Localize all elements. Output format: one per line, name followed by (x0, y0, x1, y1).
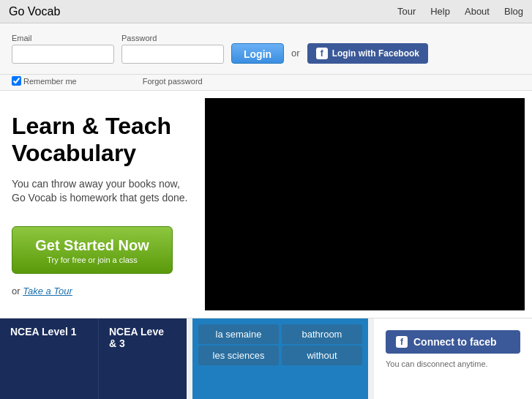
facebook-connect-icon: f (396, 336, 408, 348)
facebook-login-button[interactable]: f Login with Facebook (307, 43, 428, 64)
facebook-login-label: Login with Facebook (332, 48, 419, 59)
get-started-sub-text: Try for free or join a class (20, 256, 165, 269)
tour-prefix: or (12, 286, 20, 297)
headline: Learn & TeachVocabulary (12, 113, 193, 167)
facebook-connect-subtext: You can disconnect anytime. (386, 359, 520, 368)
site-title: Go Vocab (9, 5, 60, 18)
nav-tour[interactable]: Tour (397, 6, 416, 17)
ncea-1-title: NCEA Level 1 (10, 326, 88, 338)
vocab-cell-les-sciences[interactable]: les sciences (198, 346, 279, 365)
login-bar: Email Password Login or f Login with Fac… (0, 23, 532, 75)
nav-help[interactable]: Help (430, 6, 450, 17)
video-area[interactable] (205, 98, 525, 310)
header-bar: Go Vocab Tour Help About Blog (0, 0, 532, 23)
or-text: or (291, 48, 300, 59)
sub-text: You can throw away your books now, Go Vo… (12, 177, 193, 206)
facebook-connect-panel: f Connect to faceb You can disconnect an… (374, 318, 532, 399)
vocab-cell-without[interactable]: without (282, 346, 362, 365)
ncea-level-1-card[interactable]: NCEA Level 1 View (0, 318, 99, 399)
email-input[interactable] (12, 45, 114, 64)
email-field-group: Email (12, 34, 114, 64)
get-started-button[interactable]: Get Started Now Try for free or join a c… (12, 226, 173, 274)
take-tour-link[interactable]: Take a Tour (23, 286, 72, 297)
tour-line: or Take a Tour (12, 286, 193, 297)
ncea-level-2-card[interactable]: NCEA Leve& 3 View (99, 318, 187, 399)
vocab-cell-la-semaine[interactable]: la semaine (198, 324, 279, 344)
facebook-connect-button[interactable]: f Connect to faceb (386, 330, 520, 354)
remember-me-label[interactable]: Remember me (12, 76, 77, 86)
remember-me-checkbox[interactable] (12, 76, 21, 86)
left-panel: Learn & TeachVocabulary You can throw aw… (0, 91, 205, 318)
login-button[interactable]: Login (231, 43, 284, 64)
ncea-2-title: NCEA Leve& 3 (109, 326, 176, 349)
password-label: Password (121, 34, 224, 42)
vocab-row-2: les sciences without (198, 346, 362, 365)
remember-forgot-bar: Remember me Forgot password (0, 75, 532, 91)
bottom-section: NCEA Level 1 View NCEA Leve& 3 View la s… (0, 318, 532, 399)
forgot-password-link[interactable]: Forgot password (143, 77, 203, 86)
facebook-connect-label: Connect to faceb (413, 336, 497, 348)
vocab-row-1: la semaine bathroom (198, 324, 362, 344)
facebook-icon: f (316, 48, 328, 59)
nav-blog[interactable]: Blog (504, 6, 523, 17)
password-input[interactable] (121, 45, 224, 64)
main-nav: Tour Help About Blog (397, 6, 523, 17)
email-label: Email (12, 34, 114, 42)
nav-about[interactable]: About (465, 6, 490, 17)
get-started-main-text: Get Started Now (20, 237, 165, 254)
main-content: Learn & TeachVocabulary You can throw aw… (0, 91, 532, 318)
password-field-group: Password (121, 34, 224, 64)
vocab-cell-bathroom[interactable]: bathroom (282, 324, 362, 344)
vocab-cards-panel: la semaine bathroom les sciences without (192, 318, 368, 399)
